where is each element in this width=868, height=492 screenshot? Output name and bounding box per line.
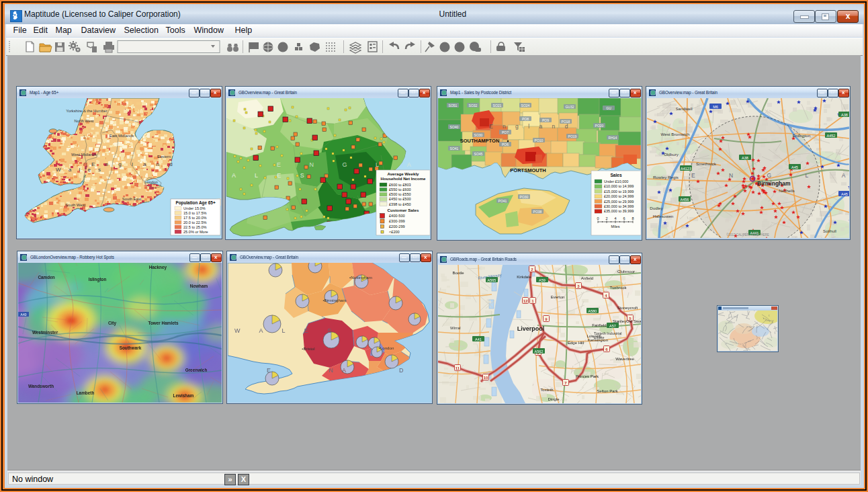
svg-text:20.0 to 22.5%: 20.0 to 22.5% [183, 220, 207, 224]
svg-text:SO41: SO41 [450, 147, 459, 151]
svg-text:Stoneycroft: Stoneycroft [617, 306, 638, 310]
svg-text:Miles: Miles [611, 224, 620, 229]
svg-text:Lewisham: Lewisham [173, 393, 194, 398]
svg-text:Household Net Income: Household Net Income [380, 176, 426, 181]
svg-text:Bootle: Bootle [452, 271, 464, 275]
svg-text:£25,000 to 29,999: £25,000 to 29,999 [604, 200, 634, 204]
svg-text:Old Swan: Old Swan [626, 319, 641, 323]
svg-text:A562: A562 [535, 350, 544, 354]
svg-text:0: 0 [597, 216, 599, 220]
svg-text:A4123: A4123 [681, 167, 691, 171]
svg-text:A456: A456 [681, 198, 689, 202]
svg-text:12: 12 [523, 299, 528, 303]
svg-text:PO7: PO7 [502, 130, 509, 134]
svg-text:PO30: PO30 [520, 195, 529, 199]
svg-text:Kirkdale: Kirkdale [517, 275, 531, 279]
svg-text:Dingle: Dingle [548, 397, 560, 401]
svg-text:Erdington: Erdington [793, 133, 811, 138]
svg-text:£400-500: £400-500 [389, 214, 405, 218]
svg-text:£30,000 to 34,999: £30,000 to 34,999 [604, 204, 634, 208]
svg-text:PO9: PO9 [542, 118, 549, 122]
svg-text:Hackney: Hackney [149, 265, 167, 270]
svg-text:Yorkshire & the Humber: Yorkshire & the Humber [66, 109, 107, 113]
svg-text:SO32: SO32 [469, 104, 478, 108]
svg-text:SO21: SO21 [493, 104, 502, 108]
svg-text:Newham: Newham [190, 284, 208, 288]
svg-text:£35,000 to 39,999: £35,000 to 39,999 [604, 209, 634, 213]
svg-text:10: 10 [484, 376, 488, 380]
svg-text:West Midlands: West Midlands [71, 153, 97, 157]
svg-text:25.0% or More: 25.0% or More [183, 230, 208, 234]
svg-text:•Birmingham: •Birmingham [322, 298, 346, 302]
svg-text:Everton: Everton [551, 295, 565, 299]
svg-text:•London: •London [379, 345, 394, 350]
svg-text:Halesowen: Halesowen [653, 214, 674, 218]
svg-text:Fairfield: Fairfield [592, 323, 606, 327]
svg-text:£450 to £500: £450 to £500 [389, 197, 411, 201]
svg-text:£550 to £600: £550 to £600 [389, 188, 411, 192]
svg-text:Camden: Camden [38, 275, 54, 280]
svg-text:Eastern: Eastern [157, 155, 171, 159]
svg-text:<£200: <£200 [389, 230, 400, 234]
svg-text:£398 to £450: £398 to £450 [389, 202, 411, 206]
svg-text:6: 6 [623, 216, 625, 220]
svg-text:SO24: SO24 [521, 104, 530, 108]
svg-text:E n g l a n d: E n g l a n d [489, 123, 572, 130]
svg-text:PO41: PO41 [498, 199, 507, 203]
svg-text:M6: M6 [713, 105, 718, 109]
svg-text:SO40: SO40 [450, 125, 459, 129]
svg-text:A45: A45 [841, 192, 848, 196]
svg-text:£10,000 to 14,999: £10,000 to 14,999 [604, 184, 634, 188]
svg-text:Wavertree: Wavertree [615, 357, 634, 361]
svg-text:RH14: RH14 [609, 136, 617, 140]
svg-text:8: 8 [632, 216, 634, 220]
svg-text:Anfield: Anfield [581, 276, 593, 280]
svg-text:Southwark: Southwark [120, 345, 142, 350]
svg-text:W a l e s: W a l e s [56, 167, 104, 173]
svg-text:A59: A59 [539, 278, 546, 282]
svg-text:A580: A580 [589, 309, 597, 313]
svg-text:•Bristol: •Bristol [302, 346, 314, 351]
svg-text:A452: A452 [827, 134, 836, 138]
svg-text:W A L E S: W A L E S [234, 327, 340, 334]
svg-text:PO6: PO6 [502, 142, 509, 147]
svg-text:£300-399: £300-399 [389, 219, 405, 223]
svg-text:Birmingham: Birmingham [757, 180, 791, 187]
svg-text:PO8: PO8 [522, 117, 529, 121]
svg-text:D: D [399, 367, 404, 374]
svg-text:Clubmoor: Clubmoor [617, 270, 635, 274]
svg-text:SOUTHAMPTON: SOUTHAMPTON [460, 138, 500, 144]
svg-text:Sefton Park: Sefton Park [597, 389, 618, 393]
svg-text:SO30: SO30 [474, 133, 483, 137]
svg-text:E N G L A N D: E N G L A N D [277, 161, 430, 168]
svg-text:2: 2 [605, 216, 607, 220]
svg-text:A38: A38 [841, 113, 848, 117]
svg-text:E N G L A N D: E N G L A N D [691, 172, 849, 179]
svg-text:West Bromwich: West Bromwich [661, 132, 690, 136]
svg-text:GU32: GU32 [565, 105, 574, 109]
svg-text:Average Weekly: Average Weekly [387, 171, 419, 176]
svg-text:Sandwell: Sandwell [675, 106, 692, 111]
svg-text:22.5 to 25.0%: 22.5 to 25.0% [183, 225, 207, 229]
svg-text:A38: A38 [742, 156, 748, 160]
svg-text:11: 11 [455, 366, 460, 370]
svg-text:A: A [342, 367, 346, 374]
svg-text:A41: A41 [475, 337, 482, 341]
svg-text:Greenwich: Greenwich [185, 368, 208, 372]
svg-text:South East: South East [122, 197, 142, 201]
svg-text:£200-299: £200-299 [389, 224, 405, 229]
svg-text:Sales: Sales [610, 173, 622, 177]
svg-text:PORTSMOUTH: PORTSMOUTH [510, 167, 546, 173]
svg-text:Liverpool: Liverpool [517, 325, 545, 332]
svg-text:Edge Hill: Edge Hill [568, 341, 584, 345]
svg-text:Under £10,000: Under £10,000 [604, 179, 628, 183]
svg-text:Under 15.0%: Under 15.0% [183, 206, 206, 210]
svg-text:Smethwick: Smethwick [696, 161, 717, 166]
svg-text:E N: E N [267, 367, 361, 374]
svg-text:Customer Sales: Customer Sales [388, 208, 419, 212]
svg-text:Islington: Islington [89, 277, 107, 282]
svg-text:Tower Hamlets: Tower Hamlets [148, 321, 179, 325]
svg-text:PO20: PO20 [595, 124, 604, 128]
svg-text:•Nottingham: •Nottingham [349, 275, 372, 280]
svg-text:SO45: SO45 [474, 152, 483, 156]
